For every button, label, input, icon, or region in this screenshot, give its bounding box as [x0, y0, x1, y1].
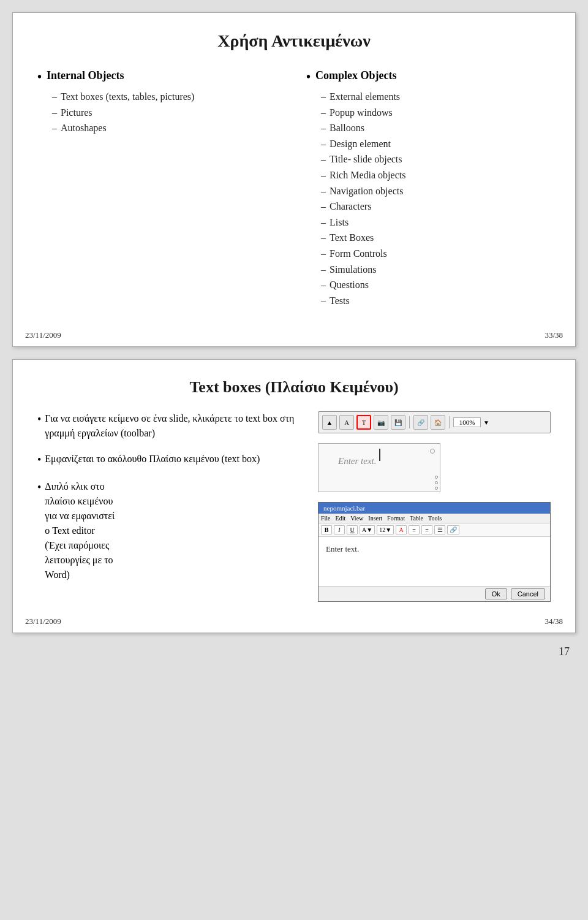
editor-btn-color[interactable]: A — [396, 525, 407, 534]
slide2-bullet2: Εμφανίζεται το ακόλουθο Πλαίσιο κειμένου… — [37, 452, 306, 468]
handle-3 — [435, 487, 438, 490]
editor-ok-button[interactable]: Ok — [485, 588, 507, 599]
list-item: Form Controls — [321, 246, 551, 262]
editor-btn-align-c[interactable]: ≡ — [421, 525, 432, 534]
resize-handles — [435, 476, 438, 490]
list-item: Simulations — [321, 262, 551, 278]
toolbar-btn-1[interactable]: ▲ — [322, 415, 337, 430]
page-number: 17 — [12, 645, 576, 658]
editor-menubar: File Edit View Insert Format Table Tools — [318, 514, 550, 523]
editor-btn-u[interactable]: U — [347, 525, 358, 534]
right-main-bullet: Complex Objects — [306, 69, 551, 84]
slide-1-footer-date: 23/11/2009 — [25, 330, 61, 340]
editor-toolbar: B I U A▼ 12▼ A ≡ ≡ ☰ 🔗 — [318, 523, 550, 537]
list-item: Characters — [321, 199, 551, 215]
slide-2-content: Για να εισάγετε κείμενο σε ένα slide, κλ… — [37, 411, 551, 602]
list-item: Text boxes (texts, tables, pictures) — [52, 89, 282, 105]
menu-tools[interactable]: Tools — [428, 515, 442, 522]
toolbar-mockup: ▲ A T 📷 💾 🔗 🏠 100% ▼ — [318, 411, 551, 433]
toolbar-btn-5[interactable]: 🔗 — [413, 415, 428, 430]
toolbar-btn-4[interactable]: 💾 — [391, 415, 405, 430]
list-item: Balloons — [321, 120, 551, 136]
menu-file[interactable]: File — [321, 515, 331, 522]
list-item: Tests — [321, 293, 551, 309]
slide-2-footer-date: 23/11/2009 — [25, 617, 61, 626]
editor-btn-b[interactable]: B — [321, 525, 332, 534]
list-item: Navigation objects — [321, 183, 551, 199]
toolbar-btn-6[interactable]: 🏠 — [431, 415, 445, 430]
toolbar-btn-3[interactable]: 📷 — [374, 415, 388, 430]
editor-body[interactable]: Enter text. — [318, 537, 550, 586]
editor-titlebar: nepomnjaci.bar — [318, 503, 550, 514]
slide2-bullet3: Διπλό κλικ στο πλαίσιο κειμένου για να ε… — [37, 479, 306, 582]
editor-btn-i[interactable]: I — [334, 525, 345, 534]
slide-1: Χρήση Αντικειμένων Internal Objects Text… — [12, 12, 576, 347]
editor-btn-align-l[interactable]: ≡ — [409, 525, 420, 534]
handle-1 — [435, 476, 438, 479]
menu-insert[interactable]: Insert — [368, 515, 382, 522]
slide-2-footer-page: 34/38 — [545, 617, 563, 626]
handle-2 — [435, 481, 438, 484]
list-item: Lists — [321, 215, 551, 230]
editor-cancel-button[interactable]: Cancel — [511, 588, 545, 599]
list-item: Pictures — [52, 105, 282, 121]
slide2-bullet1: Για να εισάγετε κείμενο σε ένα slide, κλ… — [37, 411, 306, 441]
editor-footer: Ok Cancel — [318, 586, 550, 601]
editor-btn-font[interactable]: A▼ — [360, 525, 375, 534]
menu-table[interactable]: Table — [410, 515, 423, 522]
slide-1-title: Χρήση Αντικειμένων — [37, 31, 551, 51]
text-editor-mockup: nepomnjaci.bar File Edit View Insert For… — [318, 502, 551, 602]
toolbar-separator-2 — [449, 416, 450, 428]
list-item: Questions — [321, 277, 551, 293]
menu-view[interactable]: View — [350, 515, 363, 522]
slide-2-title: Text boxes (Πλαίσιο Κειμένου) — [37, 378, 551, 397]
toolbar-separator — [409, 416, 410, 428]
menu-edit[interactable]: Edit — [336, 515, 346, 522]
left-column: Internal Objects Text boxes (texts, tabl… — [37, 69, 282, 316]
left-main-bullet: Internal Objects — [37, 69, 282, 84]
enter-text-box: Enter text. — [318, 443, 440, 492]
list-item: Design element — [321, 136, 551, 152]
list-item: Autoshapes — [52, 120, 282, 136]
editor-btn-link[interactable]: 🔗 — [447, 525, 459, 534]
list-item: Title- slide objects — [321, 151, 551, 167]
list-item: Rich Media objects — [321, 167, 551, 183]
slide-1-content: Internal Objects Text boxes (texts, tabl… — [37, 69, 551, 316]
toolbar-btn-textbox[interactable]: T — [356, 415, 371, 430]
enter-text-container: Enter text. — [318, 443, 440, 492]
editor-title-text: nepomnjaci.bar — [323, 504, 365, 512]
slide-2: Text boxes (Πλαίσιο Κειμένου) Για να εισ… — [12, 359, 576, 633]
list-item: Popup windows — [321, 105, 551, 121]
list-item: External elements — [321, 89, 551, 105]
enter-text-cursor — [379, 449, 380, 461]
toolbar-btn-2[interactable]: A — [339, 415, 354, 430]
editor-btn-list[interactable]: ☰ — [434, 525, 445, 534]
menu-format[interactable]: Format — [387, 515, 405, 522]
right-sub-list: External elements Popup windows Balloons… — [306, 89, 551, 308]
slide-2-images: ▲ A T 📷 💾 🔗 🏠 100% ▼ Enter text. — [318, 411, 551, 602]
list-item: Text Boxes — [321, 230, 551, 246]
slide-1-footer-page: 33/38 — [545, 330, 563, 340]
left-sub-list: Text boxes (texts, tables, pictures) Pic… — [37, 89, 282, 136]
editor-btn-size[interactable]: 12▼ — [377, 525, 394, 534]
slide-2-text: Για να εισάγετε κείμενο σε ένα slide, κλ… — [37, 411, 306, 593]
toolbar-zoom[interactable]: 100% — [453, 417, 481, 427]
toolbar-zoom-arrow[interactable]: ▼ — [483, 419, 489, 426]
right-column: Complex Objects External elements Popup … — [306, 69, 551, 316]
